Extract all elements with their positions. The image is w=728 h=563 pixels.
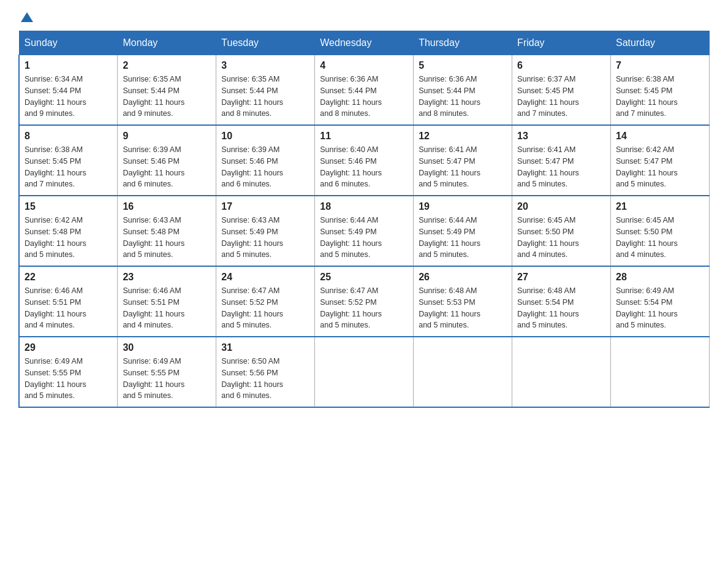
day-info: Sunrise: 6:44 AM Sunset: 5:49 PM Dayligh… — [320, 215, 408, 261]
day-number: 8 — [25, 131, 112, 142]
day-number: 10 — [221, 131, 309, 142]
calendar-cell — [512, 337, 611, 407]
day-info: Sunrise: 6:38 AM Sunset: 5:45 PM Dayligh… — [616, 74, 704, 120]
calendar-cell: 22 Sunrise: 6:46 AM Sunset: 5:51 PM Dayl… — [19, 266, 118, 337]
calendar-week-row: 8 Sunrise: 6:38 AM Sunset: 5:45 PM Dayli… — [19, 125, 710, 196]
day-info: Sunrise: 6:43 AM Sunset: 5:48 PM Dayligh… — [123, 215, 211, 261]
day-number: 7 — [616, 60, 704, 71]
calendar-cell — [611, 337, 710, 407]
calendar-cell: 29 Sunrise: 6:49 AM Sunset: 5:55 PM Dayl… — [19, 337, 118, 407]
day-info: Sunrise: 6:35 AM Sunset: 5:44 PM Dayligh… — [123, 74, 211, 120]
day-info: Sunrise: 6:40 AM Sunset: 5:46 PM Dayligh… — [320, 144, 408, 190]
calendar-table: SundayMondayTuesdayWednesdayThursdayFrid… — [18, 31, 710, 408]
calendar-cell: 23 Sunrise: 6:46 AM Sunset: 5:51 PM Dayl… — [118, 266, 216, 337]
calendar-cell: 11 Sunrise: 6:40 AM Sunset: 5:46 PM Dayl… — [315, 125, 414, 196]
day-info: Sunrise: 6:35 AM Sunset: 5:44 PM Dayligh… — [221, 74, 309, 120]
day-info: Sunrise: 6:41 AM Sunset: 5:47 PM Dayligh… — [419, 144, 507, 190]
calendar-week-row: 15 Sunrise: 6:42 AM Sunset: 5:48 PM Dayl… — [19, 196, 710, 266]
calendar-cell: 1 Sunrise: 6:34 AM Sunset: 5:44 PM Dayli… — [19, 55, 118, 126]
calendar-cell: 30 Sunrise: 6:49 AM Sunset: 5:55 PM Dayl… — [118, 337, 216, 407]
calendar-cell: 18 Sunrise: 6:44 AM Sunset: 5:49 PM Dayl… — [315, 196, 414, 266]
day-info: Sunrise: 6:48 AM Sunset: 5:54 PM Dayligh… — [517, 285, 605, 331]
day-number: 2 — [123, 60, 211, 71]
day-number: 28 — [616, 272, 704, 283]
page-header — [18, 12, 710, 18]
calendar-week-row: 22 Sunrise: 6:46 AM Sunset: 5:51 PM Dayl… — [19, 266, 710, 337]
day-number: 14 — [616, 131, 704, 142]
calendar-cell: 27 Sunrise: 6:48 AM Sunset: 5:54 PM Dayl… — [512, 266, 611, 337]
day-info: Sunrise: 6:44 AM Sunset: 5:49 PM Dayligh… — [419, 215, 507, 261]
column-header-sunday: Sunday — [19, 31, 118, 55]
column-header-monday: Monday — [118, 31, 216, 55]
logo — [18, 12, 33, 18]
day-info: Sunrise: 6:45 AM Sunset: 5:50 PM Dayligh… — [517, 215, 605, 261]
calendar-cell: 21 Sunrise: 6:45 AM Sunset: 5:50 PM Dayl… — [611, 196, 710, 266]
calendar-cell: 20 Sunrise: 6:45 AM Sunset: 5:50 PM Dayl… — [512, 196, 611, 266]
calendar-cell: 19 Sunrise: 6:44 AM Sunset: 5:49 PM Dayl… — [414, 196, 512, 266]
day-number: 17 — [221, 201, 309, 212]
day-number: 15 — [25, 201, 112, 212]
calendar-cell: 7 Sunrise: 6:38 AM Sunset: 5:45 PM Dayli… — [611, 55, 710, 126]
day-number: 12 — [419, 131, 507, 142]
day-number: 20 — [517, 201, 605, 212]
day-number: 16 — [123, 201, 211, 212]
day-info: Sunrise: 6:43 AM Sunset: 5:49 PM Dayligh… — [221, 215, 309, 261]
day-info: Sunrise: 6:46 AM Sunset: 5:51 PM Dayligh… — [123, 285, 211, 331]
calendar-cell: 5 Sunrise: 6:36 AM Sunset: 5:44 PM Dayli… — [414, 55, 512, 126]
day-number: 6 — [517, 60, 605, 71]
calendar-cell: 10 Sunrise: 6:39 AM Sunset: 5:46 PM Dayl… — [216, 125, 315, 196]
day-number: 9 — [123, 131, 211, 142]
calendar-cell — [414, 337, 512, 407]
day-number: 4 — [320, 60, 408, 71]
day-info: Sunrise: 6:49 AM Sunset: 5:55 PM Dayligh… — [123, 356, 211, 402]
column-header-saturday: Saturday — [611, 31, 710, 55]
calendar-header-row: SundayMondayTuesdayWednesdayThursdayFrid… — [19, 31, 710, 55]
calendar-week-row: 29 Sunrise: 6:49 AM Sunset: 5:55 PM Dayl… — [19, 337, 710, 407]
day-number: 23 — [123, 272, 211, 283]
day-info: Sunrise: 6:34 AM Sunset: 5:44 PM Dayligh… — [25, 74, 112, 120]
calendar-cell: 6 Sunrise: 6:37 AM Sunset: 5:45 PM Dayli… — [512, 55, 611, 126]
day-info: Sunrise: 6:37 AM Sunset: 5:45 PM Dayligh… — [517, 74, 605, 120]
day-info: Sunrise: 6:50 AM Sunset: 5:56 PM Dayligh… — [221, 356, 309, 402]
day-number: 13 — [517, 131, 605, 142]
day-number: 18 — [320, 201, 408, 212]
calendar-cell: 2 Sunrise: 6:35 AM Sunset: 5:44 PM Dayli… — [118, 55, 216, 126]
day-number: 19 — [419, 201, 507, 212]
day-info: Sunrise: 6:47 AM Sunset: 5:52 PM Dayligh… — [221, 285, 309, 331]
calendar-cell: 12 Sunrise: 6:41 AM Sunset: 5:47 PM Dayl… — [414, 125, 512, 196]
day-info: Sunrise: 6:36 AM Sunset: 5:44 PM Dayligh… — [320, 74, 408, 120]
day-number: 5 — [419, 60, 507, 71]
logo-triangle-icon — [21, 12, 33, 22]
column-header-wednesday: Wednesday — [315, 31, 414, 55]
calendar-cell: 25 Sunrise: 6:47 AM Sunset: 5:52 PM Dayl… — [315, 266, 414, 337]
calendar-cell: 3 Sunrise: 6:35 AM Sunset: 5:44 PM Dayli… — [216, 55, 315, 126]
calendar-cell — [315, 337, 414, 407]
day-info: Sunrise: 6:46 AM Sunset: 5:51 PM Dayligh… — [25, 285, 112, 331]
day-info: Sunrise: 6:48 AM Sunset: 5:53 PM Dayligh… — [419, 285, 507, 331]
day-number: 24 — [221, 272, 309, 283]
day-info: Sunrise: 6:45 AM Sunset: 5:50 PM Dayligh… — [616, 215, 704, 261]
day-info: Sunrise: 6:38 AM Sunset: 5:45 PM Dayligh… — [25, 144, 112, 190]
day-number: 29 — [25, 342, 112, 353]
calendar-cell: 17 Sunrise: 6:43 AM Sunset: 5:49 PM Dayl… — [216, 196, 315, 266]
day-info: Sunrise: 6:47 AM Sunset: 5:52 PM Dayligh… — [320, 285, 408, 331]
day-info: Sunrise: 6:39 AM Sunset: 5:46 PM Dayligh… — [123, 144, 211, 190]
calendar-week-row: 1 Sunrise: 6:34 AM Sunset: 5:44 PM Dayli… — [19, 55, 710, 126]
day-info: Sunrise: 6:39 AM Sunset: 5:46 PM Dayligh… — [221, 144, 309, 190]
day-number: 21 — [616, 201, 704, 212]
day-number: 1 — [25, 60, 112, 71]
day-info: Sunrise: 6:49 AM Sunset: 5:54 PM Dayligh… — [616, 285, 704, 331]
calendar-cell: 14 Sunrise: 6:42 AM Sunset: 5:47 PM Dayl… — [611, 125, 710, 196]
calendar-cell: 4 Sunrise: 6:36 AM Sunset: 5:44 PM Dayli… — [315, 55, 414, 126]
logo-text — [18, 12, 33, 21]
column-header-friday: Friday — [512, 31, 611, 55]
day-number: 31 — [221, 342, 309, 353]
day-info: Sunrise: 6:41 AM Sunset: 5:47 PM Dayligh… — [517, 144, 605, 190]
day-info: Sunrise: 6:36 AM Sunset: 5:44 PM Dayligh… — [419, 74, 507, 120]
calendar-cell: 26 Sunrise: 6:48 AM Sunset: 5:53 PM Dayl… — [414, 266, 512, 337]
column-header-tuesday: Tuesday — [216, 31, 315, 55]
day-info: Sunrise: 6:42 AM Sunset: 5:47 PM Dayligh… — [616, 144, 704, 190]
calendar-cell: 16 Sunrise: 6:43 AM Sunset: 5:48 PM Dayl… — [118, 196, 216, 266]
calendar-cell: 15 Sunrise: 6:42 AM Sunset: 5:48 PM Dayl… — [19, 196, 118, 266]
day-number: 26 — [419, 272, 507, 283]
